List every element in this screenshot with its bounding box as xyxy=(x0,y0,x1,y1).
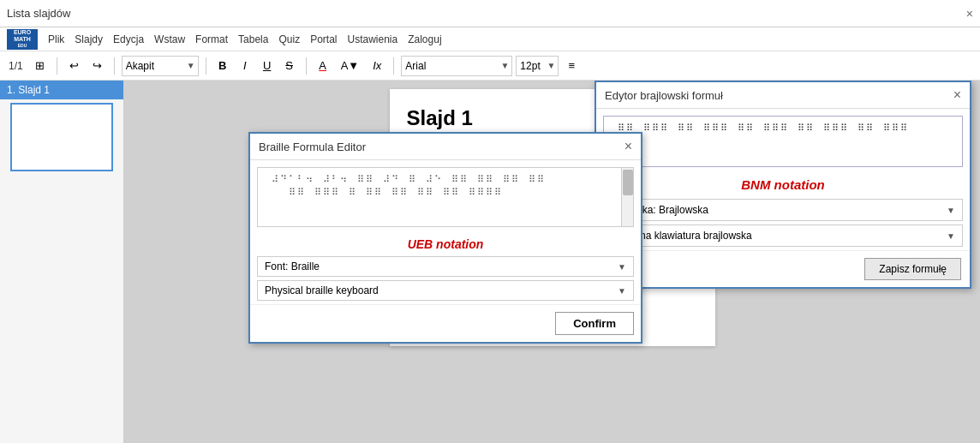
restore-icon[interactable]: ⊞ xyxy=(30,57,50,75)
menu-portal[interactable]: Portal xyxy=(310,33,337,45)
slide-content: Slajd 1 (a + b)² = a² + 2ab + b² ▶ Brail… xyxy=(124,81,980,443)
underline-button[interactable]: U xyxy=(258,57,277,75)
more-options-button[interactable]: ≡ xyxy=(562,57,581,75)
right-font-dropdown[interactable]: Czcionka: Brajlowska ▼ xyxy=(603,199,963,221)
braille-display-area: ⠀⠼⠙⠁⠃⠲⠀⠼⠃⠲⠀⠿⠿⠀⠼⠙⠀⠿⠀⠼⠑⠀⠿⠿⠀⠿⠿⠀⠿⠿⠀⠿⠿ ⠀⠀⠀⠿⠿⠀… xyxy=(257,167,634,227)
font-dropdown-arrow: ▼ xyxy=(618,262,626,272)
separator-4 xyxy=(306,57,307,75)
right-braille-display: ⠀⠿⠿⠀⠿⠿⠿⠀⠿⠿⠀⠿⠿⠿⠀⠿⠿⠀⠿⠿⠿⠀⠿⠿⠀⠿⠿⠿⠀⠿⠿⠀⠿⠿⠿ xyxy=(603,116,963,167)
dialog-close-button[interactable]: × xyxy=(624,139,632,154)
keyboard-dropdown[interactable]: Physical braille keyboard ▼ xyxy=(257,280,634,301)
window-title: Lista slajdów xyxy=(7,7,959,20)
menu-bar: EUROMATHEDU Plik Slajdy Edycja Wstaw For… xyxy=(0,27,980,51)
right-dialog-close-button[interactable]: × xyxy=(953,87,961,103)
right-keyboard-dropdown[interactable]: Fizyczna klawiatura brajlowska ▼ xyxy=(603,224,963,247)
confirm-button[interactable]: Confirm xyxy=(555,312,634,335)
scrollbar-thumb xyxy=(623,170,633,195)
font-name-select[interactable]: Arial xyxy=(401,56,512,76)
save-formula-button[interactable]: Zapisz formułę xyxy=(864,258,961,280)
right-dialog-title: Edytor brajlowski formuł xyxy=(605,89,723,102)
separator-5 xyxy=(393,57,394,75)
right-dialog-header: Edytor brajlowski formuł × xyxy=(596,82,970,109)
brajlowski-editor-dialog: Edytor brajlowski formuł × ⠀⠿⠿⠀⠿⠿⠿⠀⠿⠿⠀⠿⠿… xyxy=(595,81,971,289)
separator-2 xyxy=(114,57,115,75)
menu-format[interactable]: Format xyxy=(195,33,228,45)
right-font-dropdown-arrow: ▼ xyxy=(947,206,955,215)
menu-slajdy[interactable]: Slajdy xyxy=(75,33,103,45)
font-color-button[interactable]: A xyxy=(314,57,332,75)
dialog-title: Braille Formula Editor xyxy=(259,141,366,153)
menu-ustawienia[interactable]: Ustawienia xyxy=(348,33,398,45)
keyboard-dropdown-label: Physical braille keyboard xyxy=(265,284,379,296)
font-style-button[interactable]: Ix xyxy=(368,57,386,75)
menu-zaloguj[interactable]: Zaloguj xyxy=(408,33,441,45)
arrow-down: ▼ xyxy=(439,167,452,169)
toolbar: 1/1 ⊞ ↩ ↪ Akapit ▼ B I U S A A▼ Ix Arial… xyxy=(0,51,980,81)
braille-text-line1: ⠀⠼⠙⠁⠃⠲⠀⠼⠃⠲⠀⠿⠿⠀⠼⠙⠀⠿⠀⠼⠑⠀⠿⠿⠀⠿⠿⠀⠿⠿⠀⠿⠿ ⠀⠀⠀⠿⠿⠀… xyxy=(263,173,612,200)
undo-button[interactable]: ↩ xyxy=(64,57,84,75)
dialog-header: Braille Formula Editor × xyxy=(250,134,641,160)
slide-list: 1. Slajd 1 xyxy=(0,81,124,443)
font-dropdown-label: Font: Braille xyxy=(265,260,320,272)
logo-text: EUROMATHEDU xyxy=(14,29,31,49)
app-logo: EUROMATHEDU xyxy=(7,29,38,50)
redo-button[interactable]: ↪ xyxy=(87,57,107,75)
right-dialog-footer: Zapisz formułę xyxy=(596,250,970,287)
size-select-wrapper: 12pt ▼ xyxy=(516,56,559,76)
highlight-color-button[interactable]: A▼ xyxy=(336,57,365,75)
slide-thumbnail-1 xyxy=(10,103,113,171)
braille-scrollbar[interactable] xyxy=(621,168,633,226)
menu-quiz[interactable]: Quiz xyxy=(278,33,300,45)
title-bar: Lista slajdów × xyxy=(0,0,980,27)
right-keyboard-dropdown-arrow: ▼ xyxy=(947,231,955,241)
font-dropdown[interactable]: Font: Braille ▼ xyxy=(257,256,634,277)
style-select-wrapper: Akapit ▼ xyxy=(122,56,199,76)
separator-3 xyxy=(206,57,206,75)
bnm-notation-label: BNM notation xyxy=(596,174,970,195)
window-close-icon[interactable]: × xyxy=(966,7,973,21)
menu-edycja[interactable]: Edycja xyxy=(113,33,144,45)
menu-wstaw[interactable]: Wstaw xyxy=(154,33,185,45)
strikethrough-button[interactable]: S xyxy=(280,57,299,75)
style-select[interactable]: Akapit xyxy=(122,56,199,76)
keyboard-dropdown-arrow: ▼ xyxy=(618,286,626,296)
slide-list-item-1[interactable]: 1. Slajd 1 xyxy=(0,81,123,99)
ueb-notation-label: UEB notation xyxy=(250,234,641,253)
dialog-footer: Confirm xyxy=(250,304,641,342)
italic-button[interactable]: I xyxy=(236,57,254,75)
page-indicator: 1/1 xyxy=(9,60,23,72)
separator-1 xyxy=(57,57,57,75)
menu-tabela[interactable]: Tabela xyxy=(238,33,268,45)
font-select-wrapper: Arial ▼ xyxy=(401,56,512,76)
font-size-select[interactable]: 12pt xyxy=(516,56,559,76)
menu-plik[interactable]: Plik xyxy=(48,33,64,45)
right-braille-text: ⠀⠿⠿⠀⠿⠿⠿⠀⠿⠿⠀⠿⠿⠿⠀⠿⠿⠀⠿⠿⠿⠀⠿⠿⠀⠿⠿⠿⠀⠿⠿⠀⠿⠿⠿ xyxy=(609,122,957,136)
braille-formula-editor-dialog: Braille Formula Editor × ⠀⠼⠙⠁⠃⠲⠀⠼⠃⠲⠀⠿⠿⠀⠼… xyxy=(248,132,642,344)
bold-button[interactable]: B xyxy=(213,57,232,75)
main-area: 1. Slajd 1 Slajd 1 (a + b)² = a² + 2ab +… xyxy=(0,81,980,443)
